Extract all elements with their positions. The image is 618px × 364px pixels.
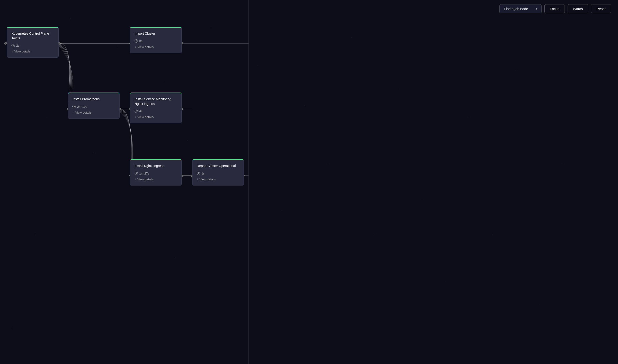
down-arrow-icon-report: ↓ bbox=[197, 178, 198, 181]
node-install-prometheus: Install Prometheus 2m 19s ↓ View details bbox=[68, 92, 120, 119]
node-report-cluster-title: Report Cluster Operational bbox=[197, 164, 239, 169]
clock-icon-import bbox=[134, 39, 138, 43]
node-install-service-monitoring: Install Service Monitoring Nginx Ingress… bbox=[130, 92, 182, 123]
down-arrow-icon-nginx: ↓ bbox=[134, 178, 136, 181]
reset-button[interactable]: Reset bbox=[591, 4, 611, 13]
node-install-nginx-link[interactable]: ↓ View details bbox=[134, 178, 177, 181]
node-install-prometheus-time: 2m 19s bbox=[72, 105, 115, 108]
node-report-cluster: Report Cluster Operational 1s ↓ View det… bbox=[192, 159, 244, 185]
find-job-node-button[interactable]: Find a job node ▾ bbox=[499, 4, 542, 13]
clock-icon-report bbox=[197, 172, 200, 175]
node-import-cluster-time: 8s bbox=[134, 39, 177, 43]
node-report-cluster-time: 1s bbox=[197, 172, 239, 175]
node-install-service-monitoring-title: Install Service Monitoring Nginx Ingress bbox=[134, 97, 177, 106]
node-install-prometheus-link[interactable]: ↓ View details bbox=[72, 111, 115, 114]
down-arrow-icon: ↓ bbox=[12, 50, 13, 53]
node-import-cluster-link[interactable]: ↓ View details bbox=[134, 45, 177, 49]
node-import-cluster: Import Cluster 8s ↓ View details bbox=[130, 27, 182, 53]
node-kubernetes-title: Kubernetes Control Plane Taints bbox=[12, 31, 54, 40]
clock-icon-prometheus bbox=[72, 105, 76, 108]
toolbar: Find a job node ▾ Focus Watch Reset bbox=[499, 4, 611, 13]
clock-icon-nginx bbox=[134, 172, 138, 175]
chevron-down-icon: ▾ bbox=[536, 7, 537, 11]
clock-icon-service-monitoring bbox=[134, 110, 138, 113]
node-kubernetes-time: 2s bbox=[12, 44, 54, 47]
node-report-cluster-link[interactable]: ↓ View details bbox=[197, 178, 239, 181]
node-install-nginx-time: 1m 27s bbox=[134, 172, 177, 175]
node-install-nginx: Install Nginx Ingress 1m 27s ↓ View deta… bbox=[130, 159, 182, 185]
workflow-canvas: Kubernetes Control Plane Taints 2s ↓ Vie… bbox=[0, 0, 618, 364]
node-kubernetes-link[interactable]: ↓ View details bbox=[12, 50, 54, 53]
down-arrow-icon-import: ↓ bbox=[134, 45, 136, 49]
node-import-cluster-title: Import Cluster bbox=[134, 31, 177, 36]
node-install-nginx-title: Install Nginx Ingress bbox=[134, 164, 177, 169]
vertical-guide-line bbox=[249, 0, 249, 364]
node-install-service-monitoring-time: 4s bbox=[134, 109, 177, 113]
clock-icon-kubernetes bbox=[12, 44, 15, 47]
focus-button[interactable]: Focus bbox=[544, 4, 565, 13]
down-arrow-icon-prometheus: ↓ bbox=[72, 111, 74, 114]
node-install-service-monitoring-link[interactable]: ↓ View details bbox=[134, 115, 177, 119]
down-arrow-icon-service-monitoring: ↓ bbox=[134, 116, 136, 119]
svg-point-6 bbox=[5, 42, 7, 44]
node-install-prometheus-title: Install Prometheus bbox=[72, 97, 115, 102]
node-kubernetes: Kubernetes Control Plane Taints 2s ↓ Vie… bbox=[7, 27, 59, 58]
watch-button[interactable]: Watch bbox=[568, 4, 588, 13]
connections-svg bbox=[0, 0, 618, 364]
